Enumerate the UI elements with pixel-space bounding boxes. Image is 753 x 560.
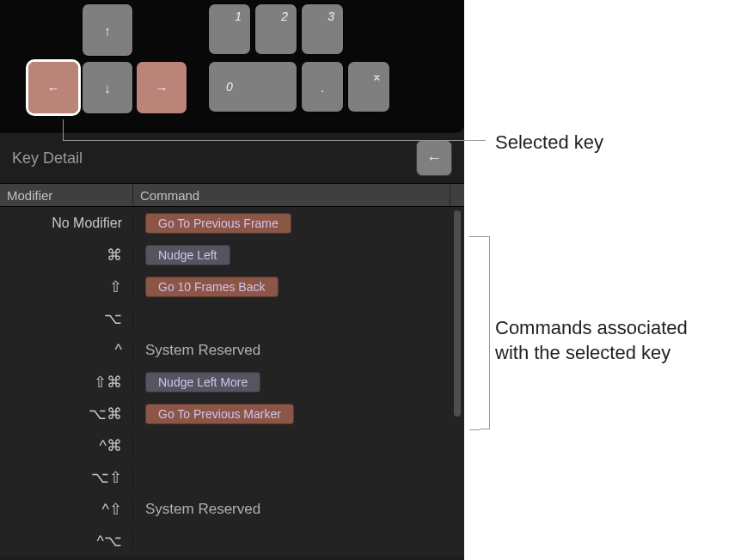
table-row[interactable]: ⇧⌘Nudge Left More xyxy=(0,366,464,398)
key-down-arrow[interactable]: ↓ xyxy=(82,61,133,114)
key-num-0[interactable]: 0 xyxy=(208,61,297,113)
table-row[interactable]: ^⇧System Reserved xyxy=(0,493,464,525)
key-up-arrow[interactable]: ↑ xyxy=(82,3,133,57)
table-row[interactable]: ⌥⌘Go To Previous Marker xyxy=(0,398,464,429)
annotation-commands: Commands associated with the selected ke… xyxy=(495,316,688,365)
command-cell: Nudge Left More xyxy=(133,372,464,393)
callout-bracket-top xyxy=(469,236,480,237)
command-badge[interactable]: Go To Previous Frame xyxy=(145,213,291,234)
reserved-label: System Reserved xyxy=(145,501,260,517)
modifier-cell: ⌘ xyxy=(0,246,133,265)
col-command[interactable]: Command xyxy=(133,184,450,206)
table-row[interactable]: ^⌘ xyxy=(0,429,464,461)
selected-key-preview: ← xyxy=(416,140,452,176)
modifier-cell: ^⌥ xyxy=(0,532,133,551)
table-header: Modifier Command xyxy=(0,183,464,207)
annotation-panel: Selected key Commands associated with th… xyxy=(474,0,750,560)
table-row[interactable]: ⌥ xyxy=(0,302,464,334)
command-badge[interactable]: Nudge Left xyxy=(145,245,230,265)
key-num-1[interactable]: 1 xyxy=(208,3,251,55)
key-num-2[interactable]: 2 xyxy=(254,3,297,55)
modifier-cell: ⌥⌘ xyxy=(0,405,133,423)
table-row[interactable]: ⌘Nudge Left xyxy=(0,239,464,271)
annotation-selected-key: Selected key xyxy=(495,131,603,155)
command-badge[interactable]: Nudge Left More xyxy=(145,372,260,393)
table-body: No ModifierGo To Previous Frame⌘Nudge Le… xyxy=(0,207,464,557)
command-cell: Go To Previous Frame xyxy=(133,213,464,234)
modifier-cell: ⌥⇧ xyxy=(0,468,133,487)
table-row[interactable]: ⌥⇧ xyxy=(0,461,464,493)
left-arrow-icon: ← xyxy=(426,149,442,167)
command-cell: Nudge Left xyxy=(133,245,464,265)
key-num-enter[interactable]: ⌅ xyxy=(347,61,390,113)
callout-bracket-bottom xyxy=(469,429,480,430)
callout-line xyxy=(63,140,486,141)
table-row[interactable]: No ModifierGo To Previous Frame xyxy=(0,207,464,239)
col-modifier[interactable]: Modifier xyxy=(0,184,133,206)
key-left-arrow[interactable]: ← xyxy=(28,61,79,114)
command-cell: System Reserved xyxy=(133,342,464,359)
scrollbar-thumb[interactable] xyxy=(454,210,461,417)
command-cell: Go 10 Frames Back xyxy=(133,277,464,297)
keyboard-area: ↑ ← ↓ → 1 2 3 0 . ⌅ xyxy=(0,0,464,133)
key-num-dot[interactable]: . xyxy=(301,61,344,113)
table-row[interactable]: ^System Reserved xyxy=(0,334,464,366)
key-num-3[interactable]: 3 xyxy=(301,3,344,55)
modifier-cell: No Modifier xyxy=(0,216,133,231)
modifier-cell: ⇧⌘ xyxy=(0,373,133,392)
command-editor-panel: ↑ ← ↓ → 1 2 3 0 . ⌅ Key Detail ← Modifie… xyxy=(0,0,464,560)
callout-line xyxy=(63,119,64,140)
key-right-arrow[interactable]: → xyxy=(136,61,187,114)
modifier-cell: ^ xyxy=(0,341,133,359)
modifier-cell: ^⌘ xyxy=(0,436,133,455)
command-cell: Go To Previous Marker xyxy=(133,404,464,424)
command-cell: System Reserved xyxy=(133,501,464,518)
scrollbar-track[interactable] xyxy=(452,210,462,553)
modifier-cell: ⇧ xyxy=(0,277,133,296)
command-badge[interactable]: Go To Previous Marker xyxy=(145,404,294,424)
reserved-label: System Reserved xyxy=(145,342,260,358)
modifier-cell: ^⇧ xyxy=(0,500,133,519)
table-row[interactable]: ^⌥ xyxy=(0,525,464,557)
table-row[interactable]: ⇧Go 10 Frames Back xyxy=(0,271,464,302)
key-detail-title: Key Detail xyxy=(12,149,83,167)
callout-bracket xyxy=(480,236,490,429)
col-gutter xyxy=(450,184,464,206)
command-badge[interactable]: Go 10 Frames Back xyxy=(145,277,279,297)
modifier-cell: ⌥ xyxy=(0,309,133,328)
